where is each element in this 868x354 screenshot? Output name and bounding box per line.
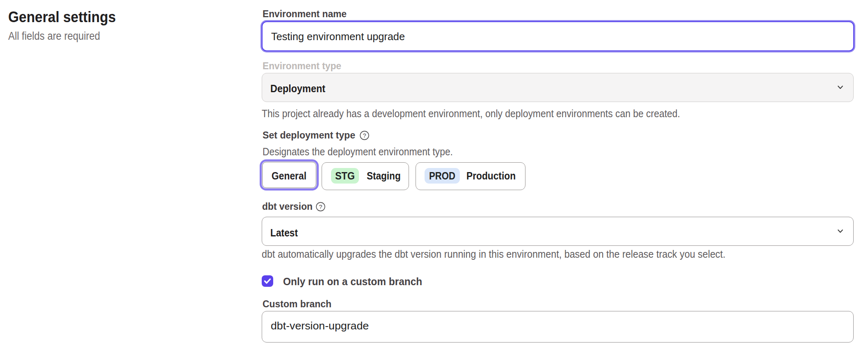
svg-text:?: ?: [319, 204, 322, 210]
svg-text:?: ?: [363, 132, 366, 139]
